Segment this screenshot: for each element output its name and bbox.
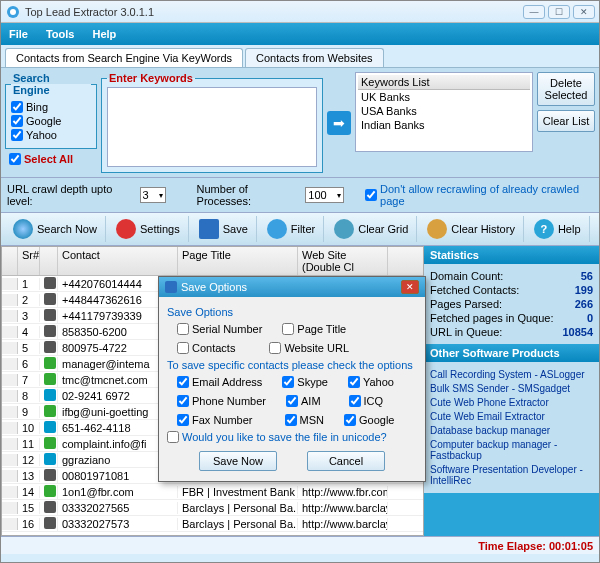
table-row[interactable]: 1503332027565Barclays | Personal Ba..htt… [2, 500, 423, 516]
maximize-button[interactable]: ☐ [548, 5, 570, 19]
product-link[interactable]: Cute Web Phone Extractor [430, 397, 593, 408]
tabs: Contacts from Search Engine Via KeyWords… [1, 45, 599, 68]
floppy-icon [199, 219, 219, 239]
clear-history-button[interactable]: Clear History [419, 216, 524, 242]
keywords-legend: Enter Keywords [107, 72, 195, 84]
product-link[interactable]: Computer backup manager - Fastbackup [430, 439, 593, 461]
list-item[interactable]: UK Banks [358, 90, 530, 104]
trash-icon [334, 219, 354, 239]
dialog-close-button[interactable]: ✕ [401, 280, 419, 294]
keywords-input[interactable] [107, 87, 317, 167]
chk-serial-number[interactable]: Serial Number [177, 323, 262, 335]
keywords-group: Enter Keywords [101, 72, 323, 173]
product-link[interactable]: Database backup manager [430, 425, 593, 436]
chk-skype[interactable]: Skype [282, 376, 328, 388]
chk-yahoo-im[interactable]: Yahoo [348, 376, 394, 388]
globe-icon [13, 219, 33, 239]
chk-bing[interactable]: Bing [11, 101, 91, 113]
menu-help[interactable]: Help [92, 28, 116, 40]
chk-icq[interactable]: ICQ [349, 395, 384, 407]
table-row[interactable]: 141on1@fbr.comFBR | Investment Bankhttp:… [2, 484, 423, 500]
tab-websites[interactable]: Contacts from Websites [245, 48, 384, 67]
chk-msn[interactable]: MSN [285, 414, 324, 426]
chk-unicode[interactable]: Would you like to save the file in unico… [167, 431, 417, 443]
col-sr[interactable]: Sr# [18, 247, 40, 275]
contact-type-icon [44, 277, 56, 289]
menu-tools[interactable]: Tools [46, 28, 75, 40]
list-item[interactable]: USA Banks [358, 104, 530, 118]
chk-google-im[interactable]: Google [344, 414, 394, 426]
toolbar: Search Now Settings Save Filter Clear Gr… [1, 213, 599, 246]
product-link[interactable]: Call Recording System - ASLogger [430, 369, 593, 380]
settings-button[interactable]: Settings [108, 216, 189, 242]
col-page-title[interactable]: Page Title [178, 247, 298, 275]
grid-header: Sr# Contact Page Title Web Site (Double … [2, 247, 423, 276]
chk-phone[interactable]: Phone Number [177, 395, 266, 407]
minimize-button[interactable]: — [523, 5, 545, 19]
crawl-depth-select[interactable]: 3 [140, 187, 166, 203]
contact-type-icon [44, 405, 56, 417]
contact-type-icon [44, 293, 56, 305]
add-keyword-button[interactable]: ➡ [327, 111, 351, 135]
broom-icon [427, 219, 447, 239]
menubar: File Tools Help [1, 23, 599, 45]
help-button[interactable]: ?Help [526, 216, 590, 242]
delete-selected-button[interactable]: Delete Selected [537, 72, 595, 106]
save-button[interactable]: Save [191, 216, 257, 242]
contact-type-icon [44, 485, 56, 497]
statistics-body: Domain Count:56 Fetched Contacts:199 Pag… [424, 264, 599, 344]
product-link[interactable]: Software Presentation Developer - Intell… [430, 464, 593, 486]
contact-type-icon [44, 341, 56, 353]
contact-type-icon [44, 357, 56, 369]
clear-list-button[interactable]: Clear List [537, 110, 595, 132]
contact-type-icon [44, 325, 56, 337]
menu-file[interactable]: File [9, 28, 28, 40]
clear-grid-button[interactable]: Clear Grid [326, 216, 417, 242]
chk-fax[interactable]: Fax Number [177, 414, 253, 426]
contact-type-icon [44, 389, 56, 401]
search-engine-group: Search Engine Bing Google Yahoo [5, 72, 97, 149]
titlebar: Top Lead Extractor 3.0.1.1 — ☐ ✕ [1, 1, 599, 23]
help-icon: ? [534, 219, 554, 239]
col-website[interactable]: Web Site (Double Cl [298, 247, 388, 275]
chk-select-all[interactable]: Select All [5, 153, 97, 165]
side-panel: Statistics Domain Count:56 Fetched Conta… [424, 246, 599, 536]
chk-contacts[interactable]: Contacts [177, 342, 235, 354]
status-bar: Time Elapse: 00:01:05 [1, 536, 599, 554]
save-options-dialog: Save Options ✕ Save Options Serial Numbe… [158, 276, 426, 482]
svg-point-1 [10, 9, 16, 15]
chk-google[interactable]: Google [11, 115, 91, 127]
chk-recrawl[interactable]: Don't allow recrawling of already crawle… [365, 183, 593, 207]
other-products-header: Other Software Products [424, 344, 599, 362]
contact-type-icon [44, 517, 56, 529]
save-options-section: Save Options [167, 306, 417, 318]
list-item[interactable]: Indian Banks [358, 118, 530, 132]
save-now-button[interactable]: Save Now [199, 451, 277, 471]
chk-email[interactable]: Email Address [177, 376, 262, 388]
col-contact[interactable]: Contact [58, 247, 178, 275]
chk-website-url[interactable]: Website URL [269, 342, 349, 354]
processes-select[interactable]: 100 [305, 187, 343, 203]
chk-page-title[interactable]: Page Title [282, 323, 346, 335]
floppy-icon [165, 281, 177, 293]
statistics-header: Statistics [424, 246, 599, 264]
tab-search-engine[interactable]: Contacts from Search Engine Via KeyWords [5, 48, 243, 67]
search-now-button[interactable]: Search Now [5, 216, 106, 242]
dialog-title: Save Options [181, 281, 247, 293]
close-button[interactable]: ✕ [573, 5, 595, 19]
keywords-list[interactable]: Keywords List UK Banks USA Banks Indian … [355, 72, 533, 152]
contact-type-icon [44, 469, 56, 481]
specific-contacts-section: To save specific contacts please check t… [167, 359, 417, 371]
contact-type-icon [44, 421, 56, 433]
time-elapse: Time Elapse: 00:01:05 [478, 540, 593, 552]
chk-yahoo[interactable]: Yahoo [11, 129, 91, 141]
contact-type-icon [44, 373, 56, 385]
filter-button[interactable]: Filter [259, 216, 324, 242]
product-link[interactable]: Cute Web Email Extractor [430, 411, 593, 422]
processes-label: Number of Processes: [197, 183, 300, 207]
product-link[interactable]: Bulk SMS Sender - SMSgadget [430, 383, 593, 394]
table-row[interactable]: 1603332027573Barclays | Personal Ba..htt… [2, 516, 423, 532]
chk-aim[interactable]: AIM [286, 395, 321, 407]
cancel-button[interactable]: Cancel [307, 451, 385, 471]
contact-type-icon [44, 501, 56, 513]
